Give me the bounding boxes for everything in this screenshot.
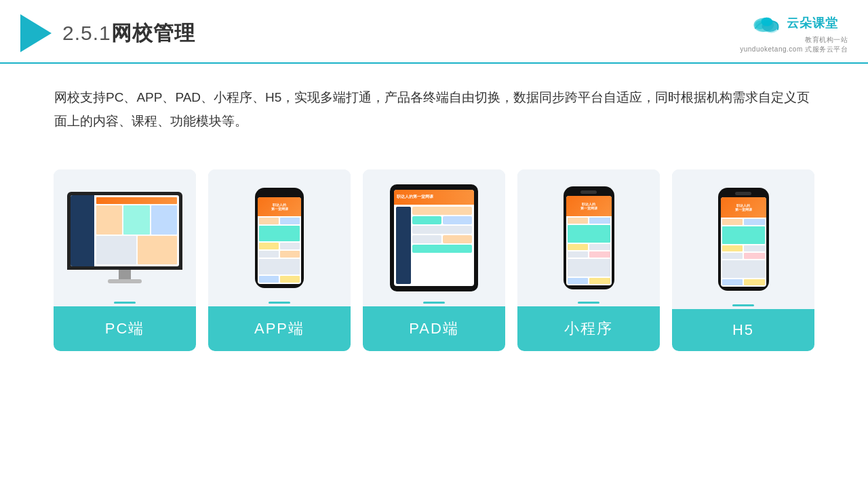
card-miniapp-image: 职达人的第一堂网课: [517, 169, 660, 302]
page-title: 2.5.1网校管理: [62, 20, 195, 47]
card-pad: 职达人的第一堂网课: [363, 169, 505, 351]
cloud-icon: [750, 12, 783, 34]
card-pc-label: PC端: [54, 306, 196, 351]
device-cards: PC端 职达人的第一堂网课: [0, 150, 868, 351]
miniapp-phone: 职达人的第一堂网课: [564, 186, 614, 289]
logo-area: 云朵课堂 教育机构一站 yunduoketang.com 式服务云平台: [740, 12, 848, 54]
card-miniapp-divider: [578, 302, 599, 304]
card-h5-label: H5: [672, 309, 814, 351]
card-pc: PC端: [54, 169, 196, 351]
card-h5-image: 职达人的第一堂网课: [672, 169, 814, 304]
card-app-label: APP端: [208, 306, 351, 351]
app-phone: 职达人的第一堂网课: [255, 188, 304, 288]
card-miniapp-label: 小程序: [517, 306, 660, 351]
h5-phone: 职达人的第一堂网课: [718, 188, 769, 291]
card-h5-divider: [732, 304, 754, 306]
card-app: 职达人的第一堂网课: [208, 169, 351, 351]
card-pad-image: 职达人的第一堂网课: [363, 169, 505, 302]
card-app-image: 职达人的第一堂网课: [208, 169, 351, 302]
card-miniapp: 职达人的第一堂网课: [517, 169, 660, 351]
description-text: 网校支持PC、APP、PAD、小程序、H5，实现多端打通，产品各终端自由切换，数…: [0, 64, 868, 144]
logo-icon: 云朵课堂: [750, 12, 838, 34]
card-h5: 职达人的第一堂网课: [672, 169, 814, 351]
card-app-divider: [269, 302, 290, 304]
header-left: 2.5.1网校管理: [20, 14, 195, 52]
card-pc-divider: [114, 302, 136, 304]
pc-monitor: [67, 192, 182, 283]
pad-tablet: 职达人的第一堂网课: [390, 184, 478, 291]
card-pad-divider: [423, 302, 445, 304]
svg-point-6: [761, 18, 772, 26]
play-icon: [20, 14, 52, 52]
card-pc-image: [54, 169, 196, 302]
logo-text: 云朵课堂: [787, 15, 838, 31]
logo-subtitle: 教育机构一站 yunduoketang.com 式服务云平台: [740, 35, 848, 54]
card-pad-label: PAD端: [363, 306, 505, 351]
page-header: 2.5.1网校管理 云朵课堂 教育机构一站 yunduoketang.com 式…: [0, 0, 868, 64]
